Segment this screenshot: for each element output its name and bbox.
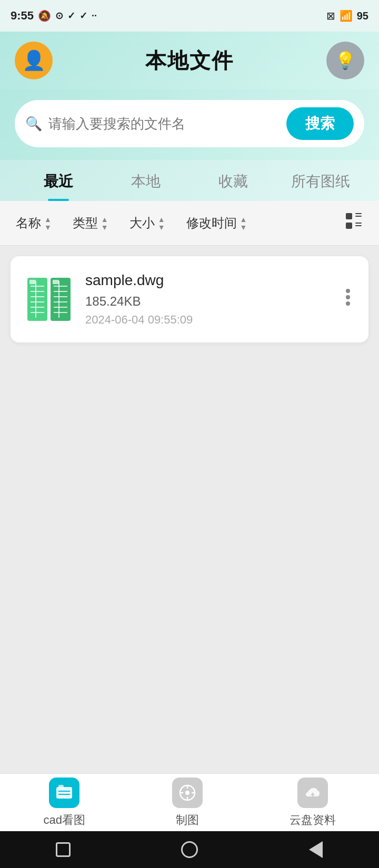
- tabs-section: 最近 本地 收藏 所有图纸: [0, 160, 379, 201]
- back-icon: [309, 841, 323, 858]
- alarm-icon: 🔕: [38, 9, 51, 22]
- content-area: 名称 ▲ ▼ 类型 ▲ ▼ 大小 ▲ ▼ 修改时间 ▲ ▼: [0, 201, 379, 780]
- cloud-nav-icon: [297, 778, 328, 808]
- battery-value: 95: [357, 10, 368, 22]
- svg-rect-28: [58, 785, 64, 788]
- search-input[interactable]: [48, 116, 280, 132]
- settings-icon: 💡: [335, 51, 356, 70]
- svg-rect-2: [355, 216, 362, 217]
- dots-icon: ··: [92, 11, 97, 22]
- file-more-button[interactable]: [340, 281, 356, 317]
- cloud-icon: ⊙: [55, 10, 63, 22]
- wifi-icon: 📶: [340, 9, 353, 22]
- sort-size-arrows: ▲ ▼: [158, 216, 165, 231]
- check-icon1: ✓: [67, 10, 75, 22]
- tab-local[interactable]: 本地: [102, 160, 190, 201]
- cad-icon: [49, 778, 79, 808]
- android-back-button[interactable]: [303, 836, 329, 863]
- sort-date[interactable]: 修改时间 ▲ ▼: [186, 215, 247, 231]
- check-icon2: ✓: [79, 10, 87, 22]
- svg-point-24: [346, 289, 350, 293]
- svg-rect-14: [51, 278, 71, 321]
- tab-favorites[interactable]: 收藏: [190, 160, 277, 201]
- svg-rect-23: [53, 280, 59, 284]
- svg-rect-4: [355, 223, 362, 224]
- svg-point-32: [185, 791, 190, 795]
- battery-indicator: 95: [357, 10, 368, 22]
- search-button[interactable]: 搜索: [286, 107, 354, 140]
- home-icon: [181, 841, 198, 858]
- tab-all[interactable]: 所有图纸: [277, 160, 364, 201]
- android-recents-button[interactable]: [50, 836, 76, 863]
- file-list: sample.dwg 185.24KB 2024-06-04 09:55:09: [0, 246, 379, 353]
- status-bar: 9:55 🔕 ⊙ ✓ ✓ ·· ⊠ 📶 95: [0, 0, 379, 32]
- file-date: 2024-06-04 09:55:09: [85, 313, 354, 327]
- android-nav-bar: [0, 831, 379, 868]
- sort-name-arrows: ▲ ▼: [44, 216, 52, 231]
- file-name: sample.dwg: [85, 272, 354, 289]
- nav-item-draw[interactable]: 制图: [172, 778, 203, 828]
- file-thumbnail: [25, 276, 73, 323]
- avatar-icon: 👤: [22, 49, 46, 72]
- svg-rect-22: [29, 280, 36, 284]
- settings-button[interactable]: 💡: [326, 42, 364, 79]
- avatar[interactable]: 👤: [15, 42, 53, 79]
- tabs: 最近 本地 收藏 所有图纸: [15, 160, 364, 201]
- sim-icon: ⊠: [326, 9, 335, 22]
- header: 👤 本地文件 💡: [0, 32, 379, 89]
- nav-cloud-label: 云盘资料: [290, 812, 336, 828]
- nav-draw-label: 制图: [176, 812, 199, 828]
- nav-item-cad[interactable]: cad看图: [43, 778, 85, 828]
- svg-rect-27: [56, 787, 72, 799]
- svg-rect-0: [346, 213, 352, 219]
- svg-rect-1: [355, 213, 362, 214]
- table-row[interactable]: sample.dwg 185.24KB 2024-06-04 09:55:09: [11, 256, 368, 342]
- status-right: ⊠ 📶 95: [326, 9, 368, 22]
- sort-date-arrows: ▲ ▼: [240, 216, 247, 231]
- status-time: 9:55: [11, 9, 34, 23]
- svg-rect-5: [355, 225, 362, 226]
- svg-point-26: [346, 301, 350, 306]
- sort-name[interactable]: 名称 ▲ ▼: [16, 215, 52, 231]
- sort-bar: 名称 ▲ ▼ 类型 ▲ ▼ 大小 ▲ ▼ 修改时间 ▲ ▼: [0, 201, 379, 246]
- sort-type[interactable]: 类型 ▲ ▼: [73, 215, 108, 231]
- svg-point-25: [346, 295, 350, 299]
- file-info: sample.dwg 185.24KB 2024-06-04 09:55:09: [85, 272, 354, 327]
- bottom-nav: cad看图 制图 云盘资料: [0, 773, 379, 831]
- file-size: 185.24KB: [85, 294, 354, 309]
- tab-recent[interactable]: 最近: [15, 160, 102, 201]
- nav-cad-label: cad看图: [43, 812, 85, 828]
- sort-type-arrows: ▲ ▼: [101, 216, 108, 231]
- search-section: 🔍 搜索: [0, 89, 379, 160]
- dwg-file-icon: [25, 276, 73, 323]
- recents-icon: [56, 842, 71, 857]
- svg-rect-3: [346, 223, 352, 229]
- view-toggle-button[interactable]: [344, 211, 363, 235]
- draw-icon: [172, 778, 203, 808]
- search-bar: 🔍 搜索: [15, 100, 364, 147]
- page-title: 本地文件: [145, 46, 234, 75]
- android-home-button[interactable]: [176, 836, 203, 863]
- nav-item-cloud[interactable]: 云盘资料: [290, 778, 336, 828]
- sort-size[interactable]: 大小 ▲ ▼: [129, 215, 165, 231]
- search-icon: 🔍: [25, 116, 42, 132]
- status-left: 9:55 🔕 ⊙ ✓ ✓ ··: [11, 9, 97, 23]
- svg-rect-6: [27, 278, 47, 321]
